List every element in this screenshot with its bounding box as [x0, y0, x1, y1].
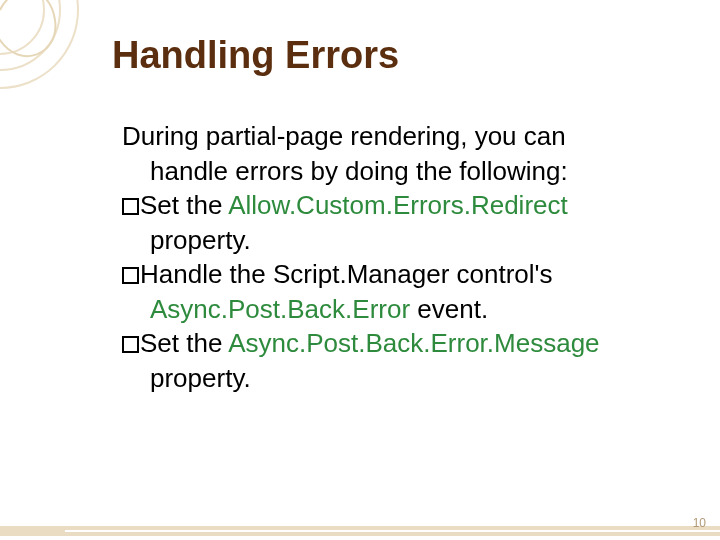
bullet-3-line-2: property.	[122, 362, 680, 395]
intro-line-1: During partial-page rendering, you can	[122, 120, 680, 153]
bullet-1-line-1: Set the Allow.Custom.Errors.Redirect	[122, 189, 680, 222]
bullet-3-line-1: Set the Async.Post.Back.Error.Message	[122, 327, 680, 360]
slide-body: During partial-page rendering, you can h…	[122, 120, 680, 396]
svg-point-1	[0, 0, 60, 70]
bullet-1-line-2: property.	[122, 224, 680, 257]
svg-point-0	[0, 0, 78, 88]
checkbox-icon	[122, 267, 139, 284]
slide-title: Handling Errors	[112, 34, 399, 77]
page-number: 10	[693, 516, 706, 530]
decorative-corner-graphic	[0, 0, 100, 120]
bullet-2-line-1: Handle the Script.Manager control's	[122, 258, 680, 291]
checkbox-icon	[122, 198, 139, 215]
footer-stripe	[0, 526, 720, 536]
link-async-postback-error-message[interactable]: Async.Post.Back.Error.Message	[228, 328, 599, 358]
link-allow-custom-errors-redirect[interactable]: Allow.Custom.Errors.Redirect	[228, 190, 568, 220]
bullet-2-line-2: Async.Post.Back.Error event.	[122, 293, 680, 326]
link-async-postback-error[interactable]: Async.Post.Back.Error	[150, 294, 410, 324]
svg-point-2	[0, 0, 44, 54]
intro-line-2: handle errors by doing the following:	[122, 155, 680, 188]
checkbox-icon	[122, 336, 139, 353]
